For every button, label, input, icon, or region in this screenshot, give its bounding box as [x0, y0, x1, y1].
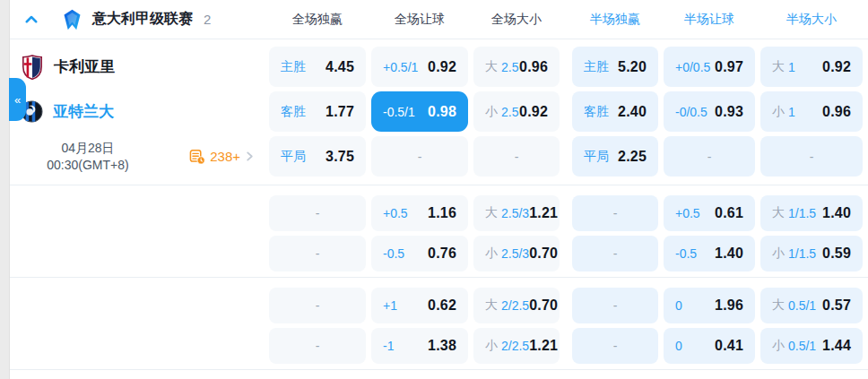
odds-cell[interactable]: 平局2.25 [572, 136, 658, 177]
selection-name: -1 [383, 339, 394, 353]
col-header-halftime-overunder: 半场大小 [760, 12, 863, 28]
main-odds-rows: 主胜4.45+0.5/10.92大2.50.96主胜5.20+0/0.50.97… [269, 47, 868, 177]
overunder-prefix: 大 [485, 205, 498, 221]
odds-cell[interactable]: +0/0.50.97 [664, 47, 755, 87]
odds-selection-label: 大2.5/3 [485, 205, 529, 221]
empty-odds-dash: - [810, 150, 814, 164]
odds-cell-empty: - [269, 236, 366, 271]
selection-name: +0.5/1 [383, 60, 418, 74]
odds-cell-empty: - [664, 136, 755, 177]
odds-cell[interactable]: +0.5/10.92 [371, 47, 468, 87]
odds-cell-empty: - [473, 136, 560, 177]
empty-odds-dash: - [418, 150, 422, 164]
selection-name: -0.5/1 [383, 105, 415, 119]
odds-cell[interactable]: 平局3.75 [269, 136, 366, 177]
odds-row: --0.50.76小2.5/30.70--0.51.40小1/1.50.59 [269, 236, 868, 271]
odds-cell[interactable]: -0.51.40 [664, 236, 755, 271]
odds-row: -+0.51.16大2.5/31.21-+0.50.61大1/1.51.40 [269, 195, 868, 231]
odds-cell[interactable]: -0.50.76 [371, 236, 468, 271]
odds-cell[interactable]: +10.62 [371, 288, 468, 323]
overunder-prefix: 大 [772, 59, 785, 75]
odds-cell[interactable]: 大2.50.96 [473, 47, 560, 87]
odds-row: -+10.62大2/2.50.70-01.96大0.5/10.57 [269, 288, 868, 323]
odds-value: 0.70 [529, 297, 558, 314]
odds-value: 2.25 [618, 149, 647, 165]
overunder-prefix: 小 [485, 104, 498, 120]
match-meta-row: 04月28日 00:30(GMT+8) 238+ [10, 136, 269, 177]
odds-selection-label: 小2.5 [485, 104, 518, 120]
main-content: 意大利甲级联赛 2 全场独赢 全场让球 全场大小 半场独赢 半场让球 半场大小 [10, 0, 868, 379]
selection-name: 0 [675, 339, 682, 353]
odds-cell[interactable]: -0/0.50.93 [664, 91, 755, 132]
odds-cell[interactable]: 小1/1.50.59 [760, 236, 863, 271]
selection-name: +0.5 [383, 206, 408, 220]
odds-cell[interactable]: 大10.92 [760, 47, 863, 87]
odds-cell[interactable]: 小0.5/11.44 [760, 328, 863, 364]
selection-name: -0/0.5 [675, 105, 707, 119]
odds-row: 平局3.75--平局2.25-- [269, 136, 868, 177]
odds-cell[interactable]: -11.38 [371, 328, 468, 364]
overunder-prefix: 大 [772, 205, 785, 221]
handicap-line: 2.5 [501, 105, 518, 119]
odds-cell[interactable]: 小2.5/30.70 [473, 236, 560, 271]
col-header-halftime-handicap: 半场让球 [664, 12, 755, 28]
selection-name: 主胜 [281, 59, 306, 75]
chevron-up-icon [23, 12, 39, 28]
odds-value: 2.40 [618, 104, 647, 120]
odds-selection-label: -0.5 [675, 246, 697, 261]
overunder-prefix: 小 [485, 245, 498, 262]
odds-cell[interactable]: 小10.96 [760, 91, 863, 132]
spacer-column [10, 195, 269, 271]
empty-odds-dash: - [613, 246, 618, 261]
odds-selection-label: -0/0.5 [675, 105, 707, 119]
odds-value: 5.20 [618, 59, 647, 75]
odds-cell[interactable]: 主胜4.45 [269, 47, 366, 87]
odds-cell[interactable]: 00.41 [664, 328, 755, 364]
away-team-row[interactable]: 亚特兰大 [10, 91, 269, 132]
odds-value: 0.70 [529, 245, 558, 262]
col-header-fulltime-handicap: 全场让球 [371, 12, 468, 28]
odds-cell-empty: - [572, 288, 658, 323]
odds-value: 0.62 [428, 297, 456, 314]
empty-odds-dash: - [707, 150, 712, 164]
alt-odds-group-2: -+10.62大2/2.50.70-01.96大0.5/10.57--11.38… [10, 278, 868, 369]
handicap-line: 1 [788, 105, 795, 119]
odds-cell[interactable]: 主胜5.20 [572, 47, 658, 87]
collapse-panel-tab[interactable]: « [9, 78, 26, 121]
kickoff-time: 04月28日 00:30(GMT+8) [21, 140, 155, 174]
odds-cell[interactable]: 小2/2.51.21 [473, 328, 560, 364]
odds-value: 1.21 [529, 338, 558, 354]
odds-cell[interactable]: 大2.5/31.21 [473, 195, 560, 231]
handicap-line: 0.5/1 [788, 339, 816, 353]
odds-cell[interactable]: 大2/2.50.70 [473, 288, 560, 323]
odds-cell[interactable]: 客胜1.77 [269, 91, 366, 132]
selection-name: +1 [383, 298, 397, 313]
odds-cell[interactable]: +0.51.16 [371, 195, 468, 231]
odds-value: 1.38 [428, 338, 456, 354]
handicap-line: 1/1.5 [788, 206, 816, 220]
odds-selection-label: 小2/2.5 [485, 338, 529, 354]
overunder-prefix: 大 [772, 297, 785, 314]
handicap-line: 2.5/3 [501, 206, 529, 220]
odds-cell[interactable]: +0.50.61 [664, 195, 755, 231]
handicap-line: 1/1.5 [788, 246, 816, 261]
odds-cell[interactable]: 大0.5/10.57 [760, 288, 863, 323]
odds-cell[interactable]: 小2.50.92 [473, 91, 560, 132]
handicap-line: 2/2.5 [501, 339, 529, 353]
odds-selection-label: 大2.5 [485, 59, 518, 75]
more-markets-link[interactable]: 238+ [189, 149, 255, 165]
odds-value: 0.92 [428, 59, 456, 75]
odds-value: 0.76 [428, 245, 456, 262]
odds-cell-selected[interactable]: -0.5/10.98 [371, 91, 468, 132]
home-team-row[interactable]: 卡利亚里 [10, 47, 269, 87]
odds-value: 1.40 [715, 245, 743, 262]
odds-page: « [0, 0, 868, 379]
odds-cell[interactable]: 客胜2.40 [572, 91, 658, 132]
selection-name: 主胜 [584, 59, 609, 75]
odds-value: 0.57 [822, 297, 851, 314]
odds-cell[interactable]: 大1/1.51.40 [760, 195, 863, 231]
collapse-league-button[interactable] [22, 11, 40, 29]
odds-cell-empty: - [269, 288, 366, 323]
empty-odds-dash: - [316, 298, 320, 313]
odds-cell[interactable]: 01.96 [664, 288, 755, 323]
